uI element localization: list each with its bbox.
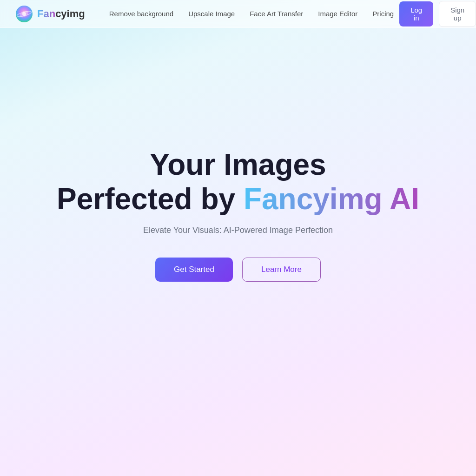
hero-subtitle: Elevate Your Visuals: AI-Powered Image P… bbox=[143, 225, 333, 235]
nav-links: Remove background Upscale Image Face Art… bbox=[104, 7, 399, 20]
learn-more-button[interactable]: Learn More bbox=[242, 258, 321, 282]
logo[interactable]: Fancyimg bbox=[15, 5, 85, 23]
get-started-button[interactable]: Get Started bbox=[155, 258, 233, 282]
logo-fancy: Fan bbox=[37, 8, 55, 20]
hero-title-line1: Your Images bbox=[57, 148, 419, 182]
hero-title-brand: Fancyimg AI bbox=[244, 182, 419, 216]
nav-remove-background[interactable]: Remove background bbox=[104, 7, 179, 20]
nav-actions: Log in Sign up bbox=[399, 1, 476, 27]
hero-title-line2: Perfected by Fancyimg AI bbox=[57, 182, 419, 217]
hero-buttons: Get Started Learn More bbox=[155, 258, 321, 282]
logo-icon bbox=[15, 5, 33, 23]
nav-face-art-transfer[interactable]: Face Art Transfer bbox=[244, 7, 309, 20]
hero-title: Your Images Perfected by Fancyimg AI bbox=[57, 148, 419, 216]
logo-text: Fancyimg bbox=[37, 8, 85, 20]
nav-upscale-image[interactable]: Upscale Image bbox=[183, 7, 240, 20]
login-button[interactable]: Log in bbox=[399, 1, 433, 26]
hero-section: Your Images Perfected by Fancyimg AI Ele… bbox=[0, 0, 476, 439]
nav-pricing[interactable]: Pricing bbox=[367, 7, 399, 20]
nav-image-editor[interactable]: Image Editor bbox=[312, 7, 363, 20]
signup-button[interactable]: Sign up bbox=[439, 1, 476, 27]
navbar: Fancyimg Remove background Upscale Image… bbox=[0, 0, 476, 28]
hero-title-prefix: Perfected by bbox=[57, 182, 244, 216]
